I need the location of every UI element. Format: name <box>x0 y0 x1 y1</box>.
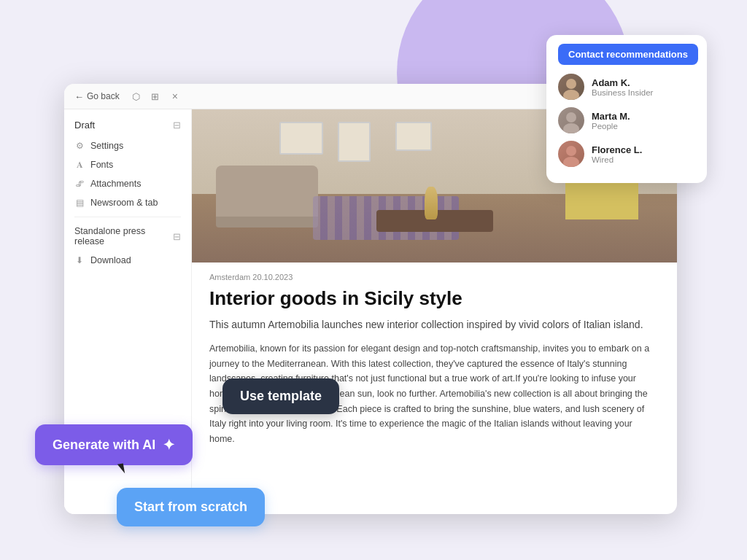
avatar-adam <box>558 74 584 100</box>
draft-label: Draft <box>74 120 95 131</box>
sofa-left <box>216 166 318 217</box>
sidebar-divider <box>74 217 181 217</box>
avatar-florence <box>558 141 584 167</box>
avatar-marta <box>558 107 584 133</box>
svg-point-5 <box>563 157 579 167</box>
copy-icon[interactable]: ⊞ <box>149 90 162 103</box>
contact-recommendations-card: Contact recommendations Adam K. Business… <box>546 35 707 183</box>
start-scratch-label: Start from scratch <box>134 499 247 514</box>
sidebar-item-fonts[interactable]: 𝐀 Fonts <box>64 155 191 174</box>
svg-point-0 <box>566 79 576 89</box>
svg-point-3 <box>563 123 579 133</box>
article-date: Amsterdam 20.10.2023 <box>209 273 659 281</box>
contact-pub-florence: Wired <box>592 155 642 164</box>
fonts-label: Fonts <box>90 160 113 170</box>
contact-person-marta[interactable]: Marta M. People <box>558 107 695 133</box>
article-body: Amsterdam 20.10.2023 Interior goods in S… <box>192 262 677 462</box>
svg-point-2 <box>566 112 576 122</box>
wall-frame-1 <box>279 122 323 155</box>
contact-info-marta: Marta M. People <box>592 111 630 131</box>
contact-name-adam: Adam K. <box>592 77 653 88</box>
start-from-scratch-button[interactable]: Start from scratch <box>117 488 265 526</box>
newsroom-label: Newsroom & tab <box>90 198 158 208</box>
back-label: Go back <box>87 91 120 101</box>
svg-point-1 <box>563 90 579 100</box>
contact-card-label: Contact recommendations <box>558 44 695 74</box>
sidebar-item-attachments[interactable]: 🖇 Attachments <box>64 174 191 193</box>
share-icon[interactable]: ⬡ <box>130 90 143 103</box>
svg-point-4 <box>566 146 576 156</box>
sidebar-item-standalone[interactable]: Standalone press release ⊟ <box>64 222 191 251</box>
layout-icon: ▤ <box>74 198 85 208</box>
contact-info-adam: Adam K. Business Insider <box>592 77 653 97</box>
text-icon: 𝐀 <box>74 160 85 170</box>
article-title: Interior goods in Sicily style <box>209 287 659 310</box>
filter-icon[interactable]: ⊟ <box>173 120 181 131</box>
attachments-label: Attachments <box>90 179 141 189</box>
generate-ai-label: Generate with AI <box>53 438 155 453</box>
sidebar-item-download[interactable]: ⬇ Download <box>64 251 191 270</box>
back-button[interactable]: ← Go back <box>74 91 120 102</box>
use-template-label: Use template <box>240 389 322 403</box>
contact-info-florence: Florence L. Wired <box>592 144 642 164</box>
sidebar-item-newsroom[interactable]: ▤ Newsroom & tab <box>64 193 191 212</box>
download-icon: ⬇ <box>74 255 85 265</box>
vase-decoration <box>425 187 438 219</box>
contact-pub-adam: Business Insider <box>592 88 653 97</box>
contact-name-florence: Florence L. <box>592 144 642 155</box>
contact-card-title: Contact recommendations <box>558 44 698 65</box>
close-button[interactable]: × <box>172 90 178 102</box>
gear-icon: ⚙ <box>74 141 85 151</box>
standalone-label: Standalone press release <box>74 226 173 246</box>
paperclip-icon: 🖇 <box>74 179 85 189</box>
generate-ai-button[interactable]: Generate with AI ✦ <box>35 424 193 465</box>
use-template-button[interactable]: Use template <box>222 378 339 414</box>
wall-frame-2 <box>338 122 371 162</box>
contact-pub-marta: People <box>592 122 630 131</box>
contact-name-marta: Marta M. <box>592 111 630 122</box>
back-arrow-icon: ← <box>74 91 84 102</box>
article-subtitle: This autumn Artemobilia launches new int… <box>209 317 659 332</box>
settings-label: Settings <box>90 141 123 151</box>
wall-frame-3 <box>395 122 432 151</box>
sidebar-item-settings[interactable]: ⚙ Settings <box>64 136 191 155</box>
standalone-icon: ⊟ <box>173 231 181 242</box>
contact-person-florence[interactable]: Florence L. Wired <box>558 141 695 167</box>
top-bar-icons: ⬡ ⊞ <box>130 90 162 103</box>
sidebar-draft-row: Draft ⊟ <box>64 117 191 136</box>
download-label: Download <box>90 255 131 265</box>
contact-person-adam[interactable]: Adam K. Business Insider <box>558 74 695 100</box>
sparkle-icon: ✦ <box>163 436 175 454</box>
